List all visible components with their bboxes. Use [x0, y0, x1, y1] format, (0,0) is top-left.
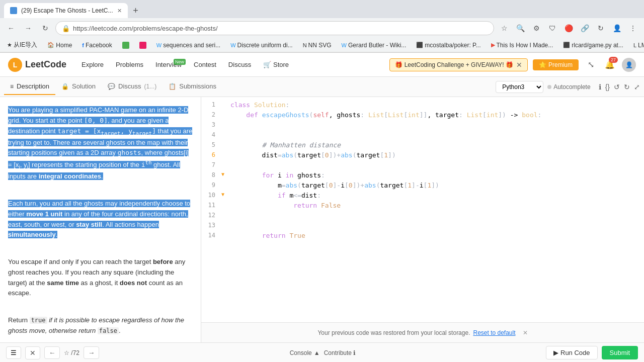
extension-icon-5[interactable]: 🔗 [578, 21, 592, 35]
fold-arrow-7 [221, 161, 228, 171]
redo-icon[interactable]: ↻ [624, 83, 630, 91]
nav-interview[interactable]: Interview New [150, 59, 187, 70]
extension-icon-3[interactable]: 🛡 [545, 21, 559, 35]
bookmark-github2[interactable]: ⬛rlcard/game.py at... [560, 41, 626, 50]
line-content-4 [228, 131, 644, 141]
selected-text-14: . [56, 231, 58, 238]
bookmark-facebook[interactable]: fFacebook [79, 41, 115, 50]
extension-icon-6[interactable]: ↻ [594, 21, 608, 35]
restore-message: Your previous code was restored from you… [207, 329, 638, 336]
bottom-bar: ☰ ✕ ← ☆ /72 → Console ▲ Contribute [0, 342, 644, 362]
progress-indicator: ☆ /72 [64, 349, 79, 356]
fold-arrow-2[interactable] [221, 111, 228, 121]
bookmark-c1[interactable] [119, 41, 132, 50]
fold-arrow-6 [221, 151, 228, 161]
hamburger-button[interactable]: ☰ [6, 346, 21, 359]
contribute-label: Contribute [324, 349, 352, 356]
line-content-1: class Solution: [228, 101, 644, 111]
line-content-8: for i in ghosts: [228, 171, 644, 182]
lc-logo[interactable]: L LeetCode [8, 58, 66, 72]
reset-to-default-link[interactable]: Reset to default [473, 329, 515, 336]
contribute-button[interactable]: Contribute ℹ [324, 349, 356, 356]
bookmark-nnsvg[interactable]: NNN SVG [300, 41, 335, 50]
tab-title: (29) Escape The Ghosts - LeetC... [21, 7, 113, 14]
problem-para-1: You are playing a simplified PAC-MAN gam… [8, 105, 193, 182]
extension-icon-4[interactable]: 🔴 [561, 21, 576, 35]
before-bold: before [153, 258, 173, 265]
prev-arrow-icon: ← [49, 349, 55, 356]
fullscreen-icon[interactable]: ⤡ [584, 58, 598, 72]
code-line-12: 12 [201, 212, 644, 222]
line-num-7: 7 [201, 161, 221, 171]
progress-text: /72 [71, 349, 79, 356]
fullscreen-editor-icon[interactable]: ⤢ [634, 83, 640, 91]
code-line-10: 10 ▼ if m<=dist: [201, 192, 644, 202]
bookmark-sequences[interactable]: Wsequences and seri... [153, 41, 223, 50]
code-line-9: 9 m=abs(target[0]-i[0])+abs(target[1]-i[… [201, 182, 644, 192]
bookmark-youtube[interactable]: ▶This Is How I Made... [488, 41, 556, 50]
restore-close-button[interactable]: ✕ [523, 329, 528, 336]
user-avatar[interactable]: 👤 [622, 58, 636, 72]
premium-button[interactable]: ⭐ Premium [533, 59, 579, 70]
logo-text: LeetCode [25, 59, 66, 70]
code-line-2: 2 def escapeGhosts(self, ghosts: List[Li… [201, 111, 644, 121]
new-badge: New [174, 59, 186, 65]
fold-arrow-10[interactable]: ▼ [221, 192, 228, 202]
back-button[interactable]: ← [4, 21, 18, 35]
address-bar[interactable]: 🔒 https://leetcode.com/problems/escape-t… [55, 21, 494, 35]
format-icon[interactable]: {} [605, 83, 610, 91]
language-select[interactable]: Python3 Python Java C++ JavaScript [496, 81, 543, 93]
bookmark-gerard[interactable]: WGerard Butler - Wiki... [339, 41, 410, 50]
fold-arrow-1[interactable] [221, 101, 228, 111]
forward-button[interactable]: → [21, 21, 35, 35]
tab-submissions[interactable]: 📋 Submissions [163, 78, 222, 95]
nav-explore[interactable]: Explore [76, 59, 109, 70]
code-line-4: 4 [201, 131, 644, 141]
reload-button[interactable]: ↻ [38, 21, 52, 35]
line-num-1: 1 [201, 101, 221, 111]
console-button[interactable]: Console ▲ [290, 349, 320, 356]
notification-button[interactable]: 🔔 27 [603, 58, 617, 72]
nav-contest[interactable]: Contest [189, 59, 221, 70]
more-options[interactable]: ⋮ [626, 21, 640, 35]
next-problem-button[interactable]: → [84, 346, 99, 359]
extension-icon-7[interactable]: 👤 [610, 21, 624, 35]
nav-problems[interactable]: Problems [111, 59, 148, 70]
extension-icon-2[interactable]: ⚙ [529, 21, 543, 35]
cancel-button[interactable]: ✕ [25, 346, 40, 359]
fold-arrow-8[interactable]: ▼ [221, 171, 228, 182]
bookmark-star[interactable]: ☆ [497, 21, 511, 35]
notification-badge: 27 [609, 57, 618, 63]
autocomplete-dot [547, 85, 551, 89]
info-icon[interactable]: ℹ [599, 83, 601, 91]
tab-solution[interactable]: 🔒 Solution [55, 78, 102, 95]
bookmark-home[interactable]: 🏠Home [44, 41, 75, 50]
fold-arrow-4 [221, 131, 228, 141]
bookmark-import[interactable]: ★从IE导入 [4, 40, 40, 50]
submit-button[interactable]: Submit [602, 346, 638, 359]
extension-icon-1[interactable]: 🔍 [513, 21, 527, 35]
giveaway-close-button[interactable]: ✕ [516, 61, 522, 69]
code-editor: 1 class Solution: 2 def escapeGhosts(sel… [201, 97, 644, 342]
active-tab[interactable]: (29) Escape The Ghosts - LeetC... ✕ [4, 3, 128, 18]
selected-text-6: integral coordinates [39, 172, 101, 180]
undo-icon[interactable]: ↺ [614, 83, 620, 91]
autocomplete-toggle[interactable]: Autocomplete [547, 83, 590, 90]
bookmark-discrete[interactable]: WDiscrete uniform di... [227, 41, 295, 50]
selected-text-13: simultaneously [8, 231, 56, 238]
bookmark-lmfdb[interactable]: LLMFDB - The L-func... [630, 41, 644, 50]
close-tab-button[interactable]: ✕ [117, 8, 122, 14]
nav-discuss[interactable]: Discuss [223, 59, 257, 70]
code-line-14: 14 return True [201, 232, 644, 242]
nav-store[interactable]: 🛒 Store [258, 59, 294, 70]
true-code: true [30, 317, 47, 324]
run-code-button[interactable]: ▶ Run Code [546, 346, 597, 359]
prev-problem-button[interactable]: ← [44, 346, 60, 359]
editor-area[interactable]: 1 class Solution: 2 def escapeGhosts(sel… [201, 97, 644, 322]
discuss-icon: 💬 [108, 83, 115, 90]
tab-description[interactable]: ≡ Description [4, 78, 55, 95]
tab-discuss[interactable]: 💬 Discuss (1...) [102, 78, 163, 95]
new-tab-button[interactable]: + [130, 5, 142, 17]
bookmark-c2[interactable] [136, 41, 149, 50]
bookmark-github1[interactable]: ⬛mcostalba/poker: P... [413, 41, 484, 50]
